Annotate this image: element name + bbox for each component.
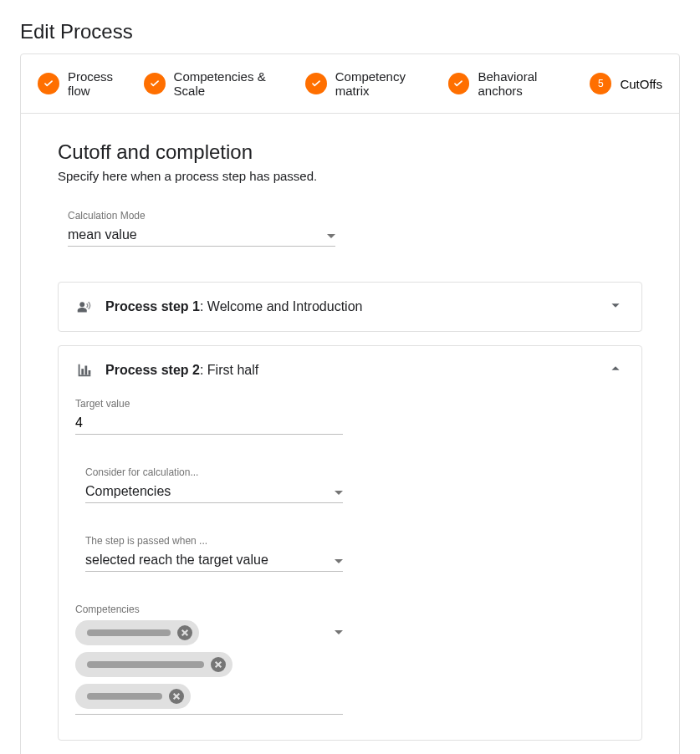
calc-mode-value: mean value: [68, 227, 137, 242]
check-icon: [38, 73, 59, 94]
panel-process-step-1: Process step 1: Welcome and Introduction: [58, 282, 642, 332]
stepper-label: Behavioral anchors: [478, 69, 585, 98]
section-subtitle: Specify here when a process step has pas…: [58, 169, 642, 183]
record-voice-icon: [75, 298, 94, 316]
consider-value: Competencies: [85, 484, 171, 499]
target-value-label: Target value: [75, 398, 343, 410]
stepper-label: Competencies & Scale: [174, 69, 300, 98]
chevron-up-icon: [606, 359, 625, 381]
svg-rect-1: [81, 369, 84, 374]
check-icon: [305, 73, 327, 94]
chip-remove-icon[interactable]: [169, 689, 184, 704]
stepper-item-competencies-scale[interactable]: Competencies & Scale: [144, 69, 300, 98]
chip-text-placeholder: [87, 629, 171, 636]
panel-header-step-2[interactable]: Process step 2: First half: [59, 346, 641, 395]
competencies-label: Competencies: [75, 604, 343, 615]
panel-title: Process step 2: First half: [105, 363, 258, 378]
chevron-down-icon: [327, 227, 335, 242]
consider-select[interactable]: Competencies: [85, 481, 343, 503]
check-icon: [448, 73, 470, 94]
stepper-item-cutoffs[interactable]: 5 CutOffs: [590, 73, 662, 94]
panel-header-step-1[interactable]: Process step 1: Welcome and Introduction: [59, 283, 641, 331]
chevron-down-icon: [335, 484, 343, 499]
page-title: Edit Process: [0, 20, 700, 53]
svg-rect-2: [84, 366, 87, 375]
stepper-label: Process flow: [68, 69, 139, 98]
stepper-label: Competency matrix: [335, 69, 443, 98]
panel-title: Process step 1: Welcome and Introduction: [105, 299, 362, 314]
competencies-multi-select[interactable]: Competencies: [75, 604, 343, 715]
calc-mode-select[interactable]: mean value: [68, 224, 335, 247]
chip-text-placeholder: [87, 661, 204, 668]
content: Cutoff and completion Specify here when …: [21, 114, 679, 754]
check-icon: [144, 73, 166, 94]
passed-select[interactable]: selected reach the target value: [85, 549, 343, 572]
chevron-down-icon: [606, 296, 625, 318]
competency-chip: [75, 620, 199, 645]
panel-process-step-2: Process step 2: First half Target value …: [58, 345, 642, 741]
stepper-item-behavioral-anchors[interactable]: Behavioral anchors: [448, 69, 585, 98]
consider-label: Consider for calculation...: [85, 466, 343, 478]
passed-value: selected reach the target value: [85, 553, 268, 568]
step-number-badge: 5: [590, 73, 611, 94]
poll-icon: [75, 361, 94, 380]
competency-chip: [75, 684, 191, 709]
chip-text-placeholder: [87, 693, 162, 700]
target-value-input[interactable]: [75, 412, 343, 435]
stepper: Process flow Competencies & Scale Compet…: [21, 54, 679, 114]
main-card: Process flow Competencies & Scale Compet…: [20, 53, 680, 754]
stepper-item-process-flow[interactable]: Process flow: [38, 69, 139, 98]
chip-remove-icon[interactable]: [211, 657, 226, 672]
stepper-label: CutOffs: [620, 77, 662, 91]
section-title: Cutoff and completion: [58, 140, 642, 164]
passed-label: The step is passed when ...: [85, 535, 343, 547]
chevron-down-icon: [335, 553, 343, 568]
stepper-item-competency-matrix[interactable]: Competency matrix: [305, 69, 443, 98]
svg-rect-3: [89, 370, 91, 375]
chevron-down-icon: [335, 624, 343, 639]
chip-remove-icon[interactable]: [177, 625, 192, 640]
svg-point-0: [79, 302, 84, 307]
calc-mode-label: Calculation Mode: [68, 210, 335, 222]
competency-chip: [75, 652, 232, 677]
